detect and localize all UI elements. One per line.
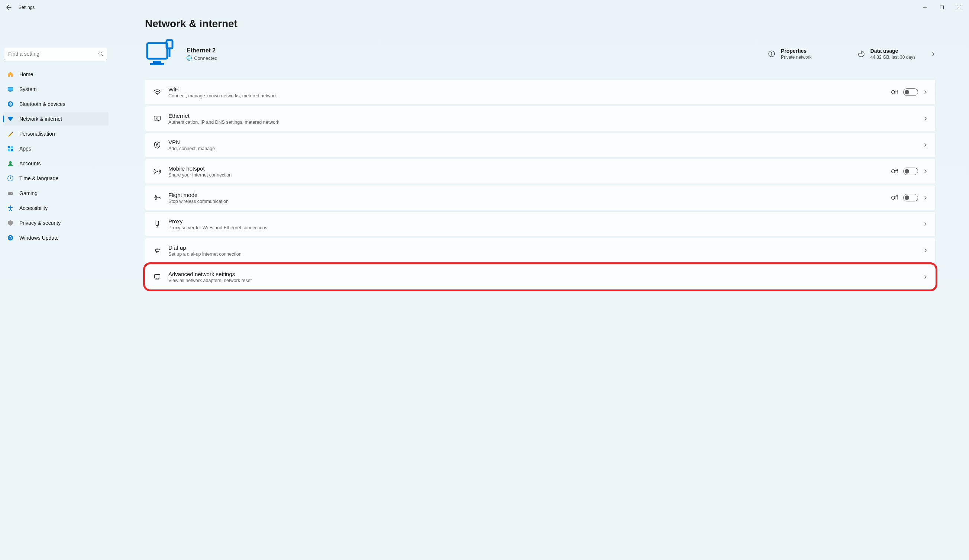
- row-subtitle: Share your internet connection: [168, 173, 885, 178]
- svg-point-23: [157, 95, 158, 95]
- sidebar-item-accessibility[interactable]: Accessibility: [3, 201, 108, 215]
- system-icon: [7, 85, 14, 93]
- row-title: Mobile hotspot: [168, 165, 885, 172]
- svg-rect-3: [8, 88, 13, 91]
- proxy-icon: [153, 219, 162, 229]
- svg-point-15: [10, 206, 11, 207]
- row-dialup[interactable]: Dial-up Set up a dial-up internet connec…: [145, 238, 936, 263]
- chevron-right-icon: [923, 248, 928, 253]
- row-vpn[interactable]: VPN Add, connect, manage: [145, 132, 936, 158]
- svg-rect-0: [941, 6, 944, 9]
- svg-point-22: [771, 52, 772, 53]
- sidebar-item-label: Home: [19, 71, 33, 77]
- row-title: VPN: [168, 139, 917, 145]
- home-icon: [7, 71, 14, 78]
- svg-rect-25: [157, 118, 158, 119]
- data-usage-block[interactable]: Data usage 44.32 GB, last 30 days: [857, 48, 936, 60]
- svg-rect-4: [9, 91, 11, 91]
- desktop-network-icon: [145, 38, 177, 70]
- data-usage-subtitle: 44.32 GB, last 30 days: [871, 55, 916, 60]
- row-subtitle: Connect, manage known networks, metered …: [168, 93, 885, 98]
- sidebar-item-gaming[interactable]: Gaming: [3, 186, 108, 200]
- svg-rect-19: [150, 63, 164, 65]
- svg-rect-20: [166, 40, 173, 48]
- row-hotspot[interactable]: Mobile hotspot Share your internet conne…: [145, 159, 936, 184]
- row-title: Ethernet: [168, 113, 917, 119]
- accounts-icon: [7, 160, 14, 167]
- sidebar-item-home[interactable]: Home: [3, 68, 108, 81]
- row-proxy[interactable]: Proxy Proxy server for Wi-Fi and Etherne…: [145, 211, 936, 237]
- sidebar-item-label: Bluetooth & devices: [19, 101, 65, 107]
- maximize-button[interactable]: [933, 2, 951, 13]
- minimize-button[interactable]: [916, 2, 933, 13]
- properties-title: Properties: [781, 48, 812, 54]
- main-content: Network & internet Ethernet 2 Connected: [112, 15, 969, 560]
- sidebar-item-system[interactable]: System: [3, 83, 108, 96]
- chevron-right-icon: [923, 169, 928, 174]
- svg-point-1: [99, 52, 102, 55]
- maximize-icon: [940, 6, 944, 9]
- toggle-label: Off: [891, 168, 898, 174]
- sidebar-item-label: Windows Update: [19, 235, 59, 241]
- toggle-label: Off: [891, 89, 898, 95]
- sidebar-item-time[interactable]: Time & language: [3, 172, 108, 185]
- properties-block[interactable]: Properties Private network: [768, 48, 812, 60]
- sidebar-item-personalisation[interactable]: Personalisation: [3, 127, 108, 140]
- sidebar-item-label: Apps: [19, 146, 31, 151]
- row-subtitle: Authentication, IP and DNS settings, met…: [168, 120, 917, 125]
- svg-point-27: [157, 171, 158, 172]
- sidebar-item-network[interactable]: Network & internet: [3, 112, 108, 126]
- svg-rect-24: [154, 116, 161, 120]
- app-title: Settings: [18, 5, 35, 10]
- sidebar-item-label: Privacy & security: [19, 220, 61, 226]
- chevron-right-icon: [923, 90, 928, 95]
- search-input[interactable]: [5, 48, 107, 60]
- svg-rect-26: [157, 145, 158, 146]
- privacy-icon: [7, 219, 14, 227]
- time-language-icon: [7, 174, 14, 182]
- minimize-icon: [923, 6, 927, 9]
- sidebar: Home System Bluetooth & devices Network …: [0, 15, 112, 560]
- wifi-icon: [153, 88, 162, 96]
- network-status-panel: Ethernet 2 Connected Properties Private …: [145, 38, 936, 70]
- row-flight-mode[interactable]: Flight mode Stop wireless communication …: [145, 185, 936, 210]
- sidebar-item-update[interactable]: Windows Update: [3, 231, 108, 244]
- sidebar-item-privacy[interactable]: Privacy & security: [3, 216, 108, 229]
- row-title: Advanced network settings: [168, 271, 917, 277]
- wifi-toggle[interactable]: [903, 88, 918, 96]
- svg-rect-8: [8, 149, 10, 151]
- sidebar-item-label: Personalisation: [19, 131, 55, 137]
- row-title: Proxy: [168, 218, 917, 224]
- row-title: Flight mode: [168, 192, 885, 198]
- update-icon: [7, 234, 14, 241]
- chevron-right-icon: [923, 274, 928, 279]
- close-button[interactable]: [951, 2, 967, 13]
- connection-name: Ethernet 2: [186, 47, 758, 54]
- row-subtitle: Proxy server for Wi-Fi and Ethernet conn…: [168, 225, 917, 230]
- row-wifi[interactable]: WiFi Connect, manage known networks, met…: [145, 80, 936, 105]
- sidebar-item-apps[interactable]: Apps: [3, 142, 108, 155]
- hotspot-toggle[interactable]: [903, 168, 918, 175]
- row-subtitle: Set up a dial-up internet connection: [168, 252, 917, 257]
- sidebar-item-bluetooth[interactable]: Bluetooth & devices: [3, 97, 108, 111]
- sidebar-item-label: Time & language: [19, 175, 58, 181]
- row-advanced-network[interactable]: Advanced network settings View all netwo…: [145, 264, 936, 289]
- properties-subtitle: Private network: [781, 55, 812, 60]
- chevron-right-icon: [923, 222, 928, 226]
- chevron-right-icon: [923, 143, 928, 147]
- back-button[interactable]: [2, 0, 17, 15]
- globe-icon: [186, 55, 192, 61]
- search-icon: [98, 51, 103, 56]
- sidebar-item-label: Accessibility: [19, 205, 48, 211]
- svg-point-29: [157, 224, 158, 224]
- row-subtitle: Stop wireless communication: [168, 199, 885, 204]
- sidebar-item-accounts[interactable]: Accounts: [3, 157, 108, 170]
- row-ethernet[interactable]: Ethernet Authentication, IP and DNS sett…: [145, 106, 936, 131]
- data-usage-title: Data usage: [871, 48, 916, 54]
- flight-mode-toggle[interactable]: [903, 194, 918, 201]
- back-arrow-icon: [6, 5, 12, 10]
- close-icon: [957, 6, 961, 9]
- connection-status: Connected: [194, 55, 217, 61]
- svg-point-13: [9, 193, 10, 194]
- airplane-icon: [153, 193, 162, 202]
